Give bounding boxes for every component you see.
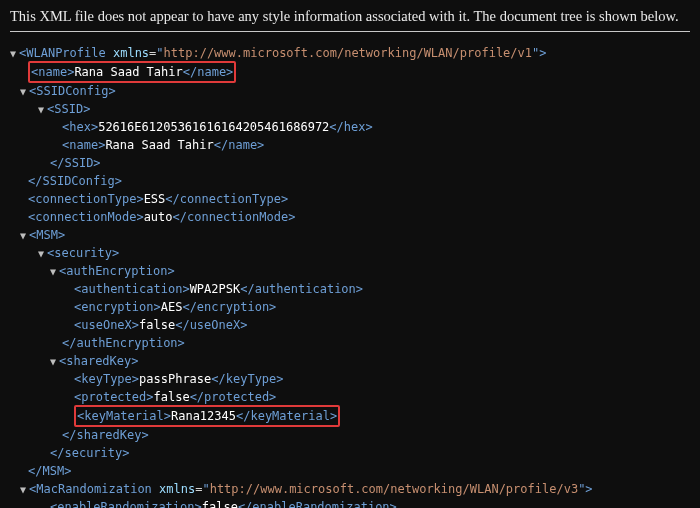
- caret-down-icon[interactable]: ▼: [38, 102, 47, 117]
- useonex: <useOneX>false</useOneX>: [10, 316, 690, 334]
- sharedkey-open[interactable]: ▼<sharedKey>: [10, 352, 690, 370]
- enable-randomization: <enableRandomization>false</enableRandom…: [10, 498, 690, 508]
- xml-viewer: This XML file does not appear to have an…: [0, 0, 700, 508]
- sharedkey-close: </sharedKey>: [10, 426, 690, 444]
- authencryption-close: </authEncryption>: [10, 334, 690, 352]
- keytype: <keyType>passPhrase</keyType>: [10, 370, 690, 388]
- security-close: </security>: [10, 444, 690, 462]
- connection-mode: <connectionMode>auto</connectionMode>: [10, 208, 690, 226]
- no-style-notice: This XML file does not appear to have an…: [10, 8, 690, 32]
- ssidconfig-open[interactable]: ▼<SSIDConfig>: [10, 82, 690, 100]
- ssid-hex: <hex>52616E61205361616164205461686972</h…: [10, 118, 690, 136]
- ssid-close: </SSID>: [10, 154, 690, 172]
- caret-down-icon[interactable]: ▼: [20, 84, 29, 99]
- caret-down-icon[interactable]: ▼: [50, 354, 59, 369]
- keymaterial: <keyMaterial>Rana12345</keyMaterial>: [10, 406, 690, 426]
- ssidconfig-close: </SSIDConfig>: [10, 172, 690, 190]
- msm-close: </MSM>: [10, 462, 690, 480]
- caret-down-icon[interactable]: ▼: [20, 228, 29, 243]
- msm-open[interactable]: ▼<MSM>: [10, 226, 690, 244]
- encryption: <encryption>AES</encryption>: [10, 298, 690, 316]
- ssid-name: <name>Rana Saad Tahir</name>: [10, 136, 690, 154]
- xml-tree: ▼<WLANProfile xmlns="http://www.microsof…: [10, 44, 690, 508]
- security-open[interactable]: ▼<security>: [10, 244, 690, 262]
- authentication: <authentication>WPA2PSK</authentication>: [10, 280, 690, 298]
- ssid-open[interactable]: ▼<SSID>: [10, 100, 690, 118]
- highlight-keymaterial: <keyMaterial>Rana12345</keyMaterial>: [74, 405, 340, 427]
- profile-name: <name>Rana Saad Tahir</name>: [10, 62, 690, 82]
- caret-down-icon[interactable]: ▼: [20, 482, 29, 497]
- wlanprofile-open[interactable]: ▼<WLANProfile xmlns="http://www.microsof…: [10, 44, 690, 62]
- caret-down-icon[interactable]: ▼: [50, 264, 59, 279]
- caret-down-icon[interactable]: ▼: [38, 246, 47, 261]
- protected: <protected>false</protected>: [10, 388, 690, 406]
- highlight-profile-name: <name>Rana Saad Tahir</name>: [28, 61, 236, 83]
- caret-down-icon[interactable]: ▼: [10, 46, 19, 61]
- authencryption-open[interactable]: ▼<authEncryption>: [10, 262, 690, 280]
- connection-type: <connectionType>ESS</connectionType>: [10, 190, 690, 208]
- macrandomization-open[interactable]: ▼<MacRandomization xmlns="http://www.mic…: [10, 480, 690, 498]
